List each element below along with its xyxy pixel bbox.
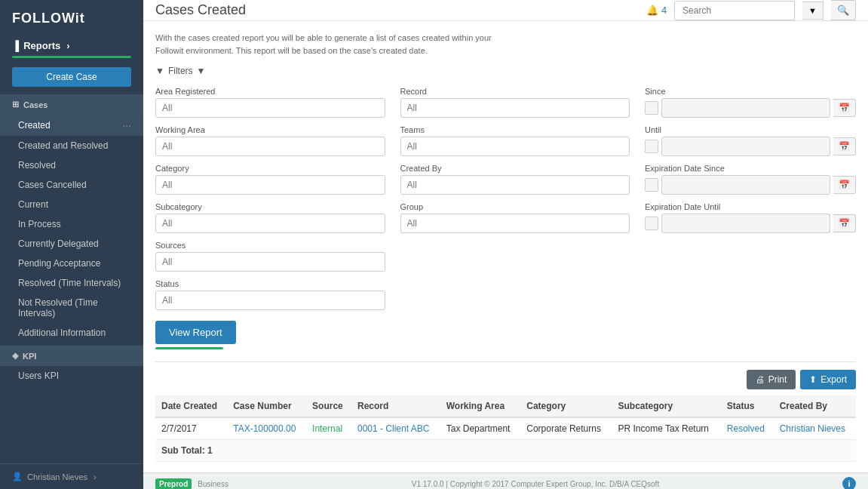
description-line1: With the cases created report you will b… — [155, 33, 492, 42]
record-input[interactable] — [400, 98, 630, 118]
filter-group: Group — [400, 202, 630, 233]
col-status: Status — [721, 395, 774, 417]
sidebar-item-label: Resolved (Time Intervals) — [18, 278, 121, 288]
sidebar-item-label: Created — [18, 120, 51, 131]
report-description: With the cases created report you will b… — [155, 32, 856, 57]
until-input[interactable] — [661, 137, 830, 156]
filters-toggle[interactable]: ▼ Filters ▼ — [155, 66, 856, 76]
sidebar-item-created[interactable]: Created ··· — [0, 115, 143, 136]
sidebar-item-users-kpi[interactable]: Users KPI — [0, 366, 143, 386]
until-checkbox[interactable] — [645, 140, 658, 153]
status-link[interactable]: Resolved — [727, 423, 765, 434]
sidebar-item-label: In Process — [18, 219, 61, 229]
expiration-until-calendar-button[interactable]: 📅 — [833, 214, 856, 232]
cell-working-area: Tax Department — [440, 417, 520, 440]
expiration-since-checkbox[interactable] — [645, 178, 658, 192]
sidebar-footer: 👤 Christian Nieves › — [0, 463, 143, 489]
search-submit-button[interactable]: 🔍 — [831, 0, 856, 20]
status-input[interactable] — [155, 291, 385, 310]
expiration-until-checkbox[interactable] — [645, 217, 658, 230]
create-case-button[interactable]: Create Case — [12, 67, 131, 87]
cell-created-by[interactable]: Christian Nieves — [774, 417, 856, 440]
cases-section-label: Cases — [23, 100, 48, 109]
sidebar-item-created-resolved[interactable]: Created and Resolved — [0, 136, 143, 155]
created-by-input[interactable] — [400, 175, 630, 195]
sidebar-reports[interactable]: ▐ Reports › — [0, 34, 143, 56]
cell-case-number[interactable]: TAX-100000.00 — [227, 417, 306, 440]
teams-input[interactable] — [400, 137, 630, 156]
since-checkbox[interactable] — [645, 101, 658, 115]
filter-since: Since 📅 — [645, 87, 856, 118]
chevron-down-icon: ▼ — [197, 66, 206, 76]
area-registered-input[interactable] — [155, 98, 385, 118]
calendar-icon: 📅 — [839, 180, 850, 190]
working-area-input[interactable] — [155, 137, 385, 156]
sidebar-item-pending-acceptance[interactable]: Pending Acceptance — [0, 254, 143, 273]
cell-record[interactable]: 0001 - Client ABC — [351, 417, 440, 440]
calendar-icon: 📅 — [839, 141, 850, 152]
content-area: With the cases created report you will b… — [143, 21, 868, 472]
until-calendar-button[interactable]: 📅 — [833, 137, 856, 155]
bar-chart-icon: ▐ — [12, 40, 19, 51]
user-icon: 👤 — [12, 472, 23, 481]
expiration-until-input[interactable] — [661, 214, 830, 233]
footer-env: Preprod Business — [155, 478, 229, 490]
table-area: 🖨 Print ⬆ Export Date Created Case Numbe… — [155, 361, 856, 462]
sidebar-item-current[interactable]: Current — [0, 195, 143, 214]
sidebar-item-label: Cases Cancelled — [18, 180, 87, 190]
col-source: Source — [306, 395, 351, 417]
view-report-button[interactable]: View Report — [155, 321, 236, 344]
cell-category: Corporate Returns — [520, 417, 612, 440]
since-calendar-button[interactable]: 📅 — [833, 99, 856, 117]
filters-grid: Area Registered Working Area Category Su… — [155, 87, 856, 310]
topbar: Cases Created 🔔 4 ▼ 🔍 — [143, 0, 868, 21]
cases-section-header: ⊞ Cases — [0, 94, 143, 115]
logo-text: FOLLOWit — [12, 11, 85, 26]
table-row: 2/7/2017 TAX-100000.00 Internal 0001 - C… — [155, 417, 856, 440]
filter-col-3: Since 📅 Until 📅 — [645, 87, 856, 310]
filter-record: Record — [400, 87, 630, 118]
sidebar-item-label: Users KPI — [18, 371, 59, 381]
info-button[interactable]: i — [842, 477, 856, 489]
sidebar-item-resolved[interactable]: Resolved — [0, 155, 143, 175]
print-button[interactable]: 🖨 Print — [747, 370, 796, 389]
kpi-section-header: ◈ KPI — [0, 346, 143, 366]
record-link[interactable]: 0001 - Client ABC — [357, 423, 429, 434]
more-dots: ··· — [122, 119, 131, 131]
subcategory-input[interactable] — [155, 214, 385, 233]
filter-teams: Teams — [400, 125, 630, 156]
expiration-since-date-row: 📅 — [645, 175, 856, 195]
expiration-since-calendar-button[interactable]: 📅 — [833, 176, 856, 194]
chevron-right-icon: › — [94, 472, 97, 481]
table-header-row: Date Created Case Number Source Record W… — [155, 395, 856, 417]
chevron-right-icon: › — [66, 40, 69, 51]
sidebar-item-label: Additional Information — [18, 328, 106, 338]
main-content: Cases Created 🔔 4 ▼ 🔍 With the cases cre… — [143, 0, 868, 489]
subtotal-cell: Sub Total: 1 — [155, 440, 856, 462]
expiration-until-date-row: 📅 — [645, 214, 856, 233]
col-subcategory: Subcategory — [612, 395, 721, 417]
group-input[interactable] — [400, 214, 630, 233]
sidebar-item-additional-info[interactable]: Additional Information — [0, 323, 143, 343]
since-label: Since — [645, 87, 856, 96]
export-button[interactable]: ⬆ Export — [800, 370, 856, 389]
created-by-link[interactable]: Christian Nieves — [780, 423, 845, 434]
since-input[interactable] — [661, 98, 830, 118]
notification-bell[interactable]: 🔔 4 — [646, 5, 667, 16]
teams-label: Teams — [400, 125, 630, 134]
sidebar-item-in-process[interactable]: In Process — [0, 214, 143, 234]
search-input[interactable] — [674, 1, 795, 20]
case-number-link[interactable]: TAX-100000.00 — [233, 423, 296, 434]
sidebar-item-cases-cancelled[interactable]: Cases Cancelled — [0, 175, 143, 195]
export-label: Export — [820, 374, 847, 385]
sidebar-item-currently-delegated[interactable]: Currently Delegated — [0, 234, 143, 254]
source-link[interactable]: Internal — [312, 423, 342, 434]
sidebar-item-resolved-time[interactable]: Resolved (Time Intervals) — [0, 273, 143, 293]
cell-source[interactable]: Internal — [306, 417, 351, 440]
expiration-since-input[interactable] — [661, 175, 830, 195]
search-filter-button[interactable]: ▼ — [802, 2, 824, 20]
category-input[interactable] — [155, 175, 385, 195]
cases-icon: ⊞ — [12, 100, 19, 109]
sources-input[interactable] — [155, 252, 385, 272]
sidebar-item-not-resolved-time[interactable]: Not Resolved (Time Intervals) — [0, 293, 143, 323]
